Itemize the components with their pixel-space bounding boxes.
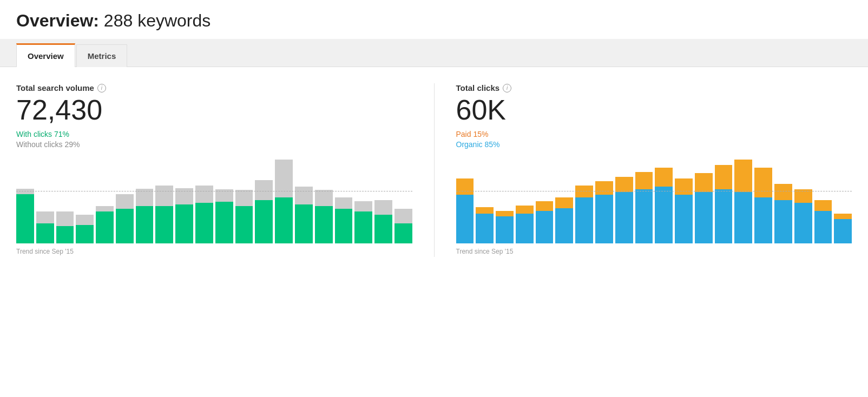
left-bar-group [315,160,333,243]
tab-overview[interactable]: Overview [16,43,75,67]
organic-stat: Organic 85% [456,140,852,149]
tab-metrics[interactable]: Metrics [76,44,128,67]
gray-bar-segment [76,215,94,225]
left-panel-title: Total search volume i [16,83,412,92]
right-bar-group [516,160,534,243]
blue-bar-segment [655,187,673,243]
blue-bar-segment [516,214,534,243]
right-bar-group [675,160,693,243]
left-bar-group [155,160,173,243]
green-bar-segment [175,204,193,244]
left-bar-group [335,160,353,243]
blue-bar-segment [715,189,733,243]
green-bar-segment [96,211,114,243]
orange-bar-segment [635,172,653,189]
left-bar-group [116,160,134,243]
total-clicks-info-icon[interactable]: i [503,84,511,92]
orange-bar-segment [595,181,613,195]
gray-bar-segment [155,186,173,206]
left-bar-group [295,160,313,243]
gray-bar-segment [56,211,74,226]
blue-bar-segment [555,208,573,243]
orange-bar-segment [575,186,593,197]
orange-bar-segment [774,184,792,200]
blue-bar-segment [615,192,633,243]
title-bold: Overview: [16,11,99,30]
orange-bar-segment [496,211,514,216]
total-clicks-label: Total clicks [456,83,500,92]
orange-bar-segment [675,178,693,195]
left-bar-group [175,160,193,243]
left-bar-group [374,160,392,243]
left-bar-group [275,160,293,243]
blue-bar-segment [496,216,514,243]
left-bar-group [215,160,233,243]
right-chart-bars [456,160,852,243]
blue-bar-segment [814,211,832,243]
left-bar-group [56,160,74,243]
right-bar-group [754,160,772,243]
orange-bar-segment [814,200,832,211]
orange-bar-segment [834,214,852,219]
blue-bar-segment [834,219,852,243]
left-bar-group [195,160,213,243]
right-bar-group [476,160,494,243]
total-search-volume-label: Total search volume [16,83,94,92]
total-search-volume-value: 72,430 [16,95,412,125]
right-bar-group [456,160,474,243]
right-bar-group [715,160,733,243]
left-bar-group [96,160,114,243]
green-bar-segment [155,206,173,243]
right-panel-title: Total clicks i [456,83,852,92]
green-bar-segment [374,215,392,243]
blue-bar-segment [456,195,474,243]
total-clicks-value: 60K [456,95,852,125]
gray-bar-segment [16,189,34,195]
green-bar-segment [215,202,233,243]
blue-bar-segment [734,192,752,243]
left-bar-group [354,160,372,243]
green-bar-segment [295,204,313,244]
without-clicks-stat: Without clicks 29% [16,140,412,149]
total-search-volume-info-icon[interactable]: i [97,84,106,92]
orange-bar-segment [615,177,633,192]
green-bar-segment [16,194,34,243]
orange-bar-segment [456,178,474,195]
green-bar-segment [76,225,94,243]
orange-bar-segment [655,168,673,187]
blue-bar-segment [794,203,812,243]
green-bar-segment [116,209,134,243]
blue-bar-segment [575,197,593,243]
tabs-bar: Overview Metrics [0,39,868,67]
right-bar-group [834,160,852,243]
orange-bar-segment [734,160,752,192]
gray-bar-segment [354,201,372,211]
gray-bar-segment [394,209,412,223]
gray-bar-segment [235,190,253,206]
content-area: Total search volume i 72,430 With clicks… [0,67,868,268]
green-bar-segment [335,209,353,243]
right-bar-group [655,160,673,243]
right-bar-group [536,160,554,243]
right-bar-group [595,160,613,243]
right-bar-group [496,160,514,243]
blue-bar-segment [536,211,554,243]
right-bar-group [794,160,812,243]
gray-bar-segment [275,160,293,197]
green-bar-segment [394,223,412,243]
gray-bar-segment [195,186,213,203]
right-bar-group [575,160,593,243]
green-bar-segment [255,200,273,243]
blue-bar-segment [595,195,613,243]
left-trend-label: Trend since Sep '15 [16,248,412,255]
orange-bar-segment [754,168,772,197]
gray-bar-segment [136,189,154,206]
green-bar-segment [56,226,74,243]
right-bar-group [774,160,792,243]
left-bar-group [36,160,54,243]
green-bar-segment [195,203,213,243]
green-bar-segment [136,206,154,243]
page-title: Overview: 288 keywords [16,11,852,31]
left-bar-group [394,160,412,243]
green-bar-segment [315,206,333,243]
